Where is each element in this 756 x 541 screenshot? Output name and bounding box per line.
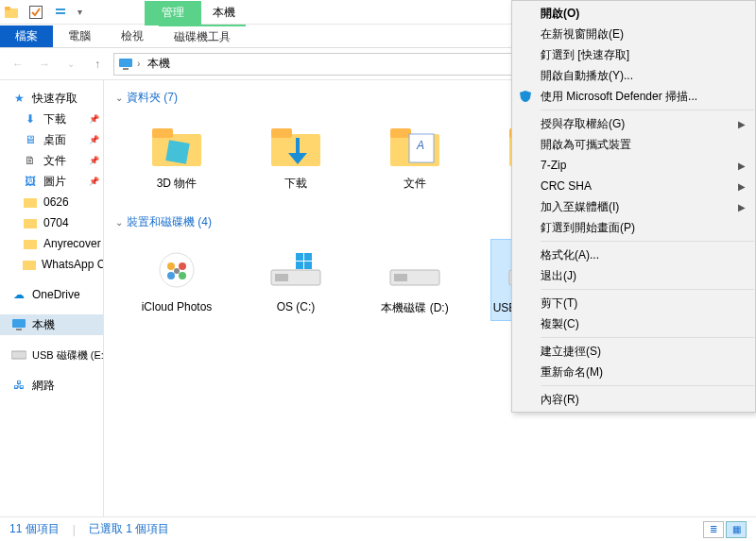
menu-separator	[541, 289, 754, 290]
svg-rect-11	[12, 319, 26, 328]
forward-button[interactable]: →	[34, 54, 55, 75]
checkbox-icon[interactable]	[28, 5, 43, 20]
svg-point-38	[174, 268, 180, 274]
pc-icon	[11, 317, 26, 332]
menu-7zip[interactable]: 7-Zip▶	[512, 155, 755, 176]
pc-icon	[118, 57, 133, 72]
menu-defender-scan[interactable]: 使用 Microsoft Defender 掃描...	[512, 86, 755, 107]
sidebar-item-quick-access[interactable]: ★ 快速存取	[0, 88, 103, 109]
menu-add-to-media-library[interactable]: 加入至媒體櫃(I)▶	[512, 196, 755, 217]
folder-downloads[interactable]: 下載	[253, 115, 338, 195]
svg-rect-44	[304, 262, 312, 269]
tab-computer[interactable]: 電腦	[53, 25, 106, 47]
dropdown-icon[interactable]	[53, 5, 68, 20]
svg-rect-13	[11, 351, 26, 359]
separator: |	[73, 523, 76, 536]
menu-properties[interactable]: 內容(R)	[512, 389, 755, 410]
back-button[interactable]: ←	[8, 54, 28, 75]
svg-rect-16	[165, 140, 189, 163]
menu-format[interactable]: 格式化(A)...	[512, 245, 755, 265]
recent-dropdown-icon[interactable]: ⌄	[60, 54, 81, 75]
group-label: 裝置和磁碟機 (4)	[127, 214, 212, 230]
menu-rename[interactable]: 重新命名(M)	[512, 362, 755, 382]
sidebar-item-label: 快速存取	[32, 91, 77, 107]
sidebar-item-label: OneDrive	[32, 288, 80, 301]
sidebar-item-downloads[interactable]: ⬇ 下載 📌	[0, 109, 103, 129]
menu-label: 使用 Microsoft Defender 掃描...	[541, 89, 697, 105]
sidebar-item-network[interactable]: 🖧 網路	[0, 375, 103, 396]
sidebar-item-onedrive[interactable]: ☁ OneDrive	[0, 284, 103, 305]
menu-eject[interactable]: 退出(J)	[512, 265, 755, 286]
quick-access-toolbar: ▾	[4, 5, 82, 20]
address-segment[interactable]: 本機	[144, 54, 174, 74]
menu-label: 格式化(A)...	[541, 247, 599, 263]
network-icon: 🖧	[11, 378, 26, 393]
drive-icon	[387, 244, 443, 296]
menu-new-window[interactable]: 在新視窗開啟(E)	[512, 24, 755, 44]
sidebar-item-label: 網路	[32, 378, 55, 394]
tab-view[interactable]: 檢視	[106, 25, 159, 47]
folder-documents[interactable]: A 文件	[372, 115, 457, 195]
qat-overflow-icon[interactable]: ▾	[77, 7, 82, 17]
svg-rect-18	[271, 128, 292, 138]
sidebar-item-0704[interactable]: 0704	[0, 212, 103, 233]
menu-open[interactable]: 開啟(O)	[512, 3, 755, 24]
sidebar-item-label: 0704	[43, 216, 69, 229]
sidebar-item-0626[interactable]: 0626	[0, 192, 103, 212]
manage-contextual-tab[interactable]: 管理	[145, 1, 201, 25]
submenu-arrow-icon: ▶	[738, 202, 746, 212]
menu-cut[interactable]: 剪下(T)	[512, 293, 755, 313]
folder-icon: A	[387, 119, 443, 172]
menu-portable-device[interactable]: 開啟為可攜式裝置	[512, 134, 755, 155]
menu-pin-to-start[interactable]: 釘選到開始畫面(P)	[512, 217, 755, 238]
tab-drive-tools[interactable]: 磁碟機工具	[159, 25, 246, 48]
sidebar-item-documents[interactable]: 🗎 文件 📌	[0, 150, 103, 171]
svg-rect-12	[16, 329, 22, 330]
menu-copy[interactable]: 複製(C)	[512, 313, 755, 334]
drive-d[interactable]: 本機磁碟 (D:)	[372, 240, 457, 320]
folder-icon	[23, 236, 38, 251]
drive-os-c[interactable]: OS (C:)	[253, 240, 338, 320]
pin-icon: 📌	[89, 135, 99, 144]
item-label: 下載	[284, 176, 307, 192]
chevron-down-icon: ⌄	[115, 217, 123, 228]
sidebar-item-desktop[interactable]: 🖥 桌面 📌	[0, 129, 103, 150]
svg-point-35	[179, 262, 186, 270]
sidebar-item-anyrecover[interactable]: Anyrecover	[0, 233, 103, 254]
drive-icloud[interactable]: iCloud Photos	[134, 240, 219, 320]
folder-icon	[23, 257, 36, 272]
menu-pin-quick-access[interactable]: 釘選到 [快速存取]	[512, 44, 755, 65]
desktop-icon: 🖥	[23, 132, 38, 147]
sidebar-item-this-pc[interactable]: 本機	[0, 314, 103, 335]
pin-icon: 📌	[89, 177, 99, 186]
sidebar-item-usb[interactable]: USB 磁碟機 (E:)	[0, 345, 103, 365]
group-label: 資料夾 (7)	[127, 90, 178, 106]
sidebar-item-label: 圖片	[43, 174, 66, 190]
folder-3d-objects[interactable]: 3D 物件	[134, 115, 219, 195]
svg-rect-42	[304, 253, 312, 261]
tab-file[interactable]: 檔案	[0, 25, 53, 47]
menu-grant-access[interactable]: 授與存取權給(G)▶	[512, 113, 755, 134]
menu-create-shortcut[interactable]: 建立捷徑(S)	[512, 341, 755, 362]
drive-icon	[11, 347, 26, 363]
view-details-button[interactable]: ≣	[703, 521, 724, 538]
svg-text:A: A	[416, 139, 424, 152]
pin-icon: 📌	[89, 114, 99, 124]
view-icons-button[interactable]: ▦	[726, 521, 747, 538]
sidebar-item-pictures[interactable]: 🖼 圖片 📌	[0, 171, 103, 192]
svg-rect-46	[394, 274, 407, 281]
svg-rect-4	[56, 12, 65, 14]
menu-autoplay[interactable]: 開啟自動播放(Y)...	[512, 65, 755, 86]
up-button[interactable]: ↑	[87, 54, 108, 75]
item-label: 文件	[404, 176, 426, 192]
svg-rect-1	[5, 7, 10, 10]
item-label: iCloud Photos	[142, 300, 213, 313]
svg-rect-9	[24, 240, 37, 249]
svg-rect-3	[56, 8, 65, 10]
svg-rect-10	[23, 261, 36, 270]
svg-rect-40	[275, 274, 288, 281]
menu-crc-sha[interactable]: CRC SHA▶	[512, 176, 755, 196]
menu-separator	[541, 110, 754, 110]
sidebar-item-whatsapp[interactable]: WhatsApp Ch	[0, 254, 103, 275]
chevron-right-icon[interactable]: ›	[137, 59, 140, 69]
